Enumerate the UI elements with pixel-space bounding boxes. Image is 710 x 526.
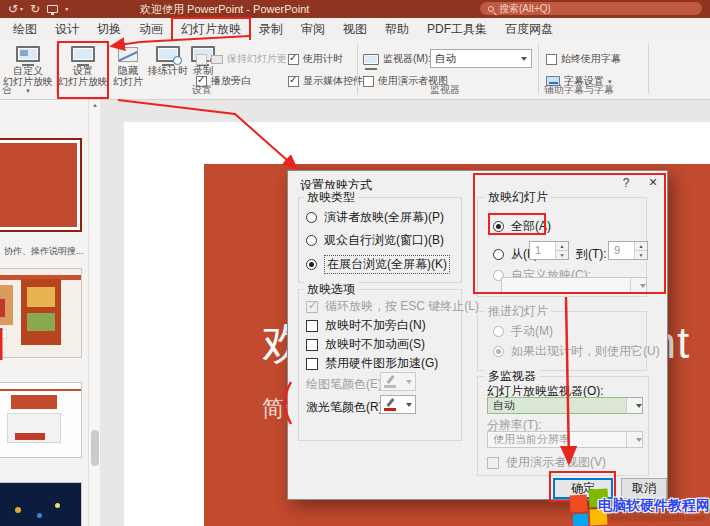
tab-review[interactable]: 审阅 bbox=[292, 18, 334, 41]
hide-slide-icon bbox=[118, 47, 138, 62]
scrollbar-thumb[interactable] bbox=[91, 430, 99, 466]
redo-icon[interactable]: ↻ bbox=[30, 3, 40, 15]
spinner-up-icon[interactable]: ▲ bbox=[556, 242, 568, 250]
checkbox-without-narration[interactable]: 放映时不加旁白(N) bbox=[306, 317, 426, 334]
always-use-subtitles-label: 始终使用字幕 bbox=[561, 52, 621, 66]
group-label-setup: 设置 bbox=[192, 83, 212, 97]
tab-slideshow[interactable]: 幻灯片放映 bbox=[172, 18, 250, 41]
keep-slides-updated-checkbox[interactable]: 保持幻灯片更新 bbox=[196, 52, 297, 66]
radio-browsed-label: 观众自行浏览(窗口)(B) bbox=[324, 232, 444, 249]
keep-slides-updated-label: 保持幻灯片更新 bbox=[227, 52, 297, 66]
slideshow-monitor-select[interactable]: 自动 bbox=[487, 397, 643, 414]
checkbox-loop-continuously[interactable]: ✓ 循环放映，按 ESC 键终止(L) bbox=[306, 298, 479, 315]
laser-color-label: 激光笔颜色(R): bbox=[306, 399, 386, 416]
thumbnail-scrollbar[interactable]: ▲ bbox=[88, 100, 100, 526]
radio-browsed-at-kiosk[interactable]: 在展台浏览(全屏幕)(K) bbox=[306, 255, 450, 274]
spinner-down-icon[interactable]: ▼ bbox=[635, 250, 647, 259]
slide-thumbnail-4[interactable] bbox=[0, 482, 82, 526]
tab-animations[interactable]: 动画 bbox=[130, 18, 172, 41]
group-label-captions: 辅助字幕与字幕 bbox=[544, 83, 614, 97]
tab-transitions[interactable]: 切换 bbox=[88, 18, 130, 41]
resolution-value: 使用当前分辨率 bbox=[493, 432, 570, 447]
from-slide-value: 1 bbox=[530, 242, 555, 259]
tab-view[interactable]: 视图 bbox=[334, 18, 376, 41]
without-narration-label: 放映时不加旁白(N) bbox=[325, 317, 426, 334]
monitor-label: 监视器(M): bbox=[383, 52, 431, 66]
to-slide-value: 9 bbox=[609, 242, 634, 259]
slide-thumbnail-2[interactable] bbox=[0, 268, 82, 358]
tab-draw[interactable]: 绘图 bbox=[4, 18, 46, 41]
checkbox-icon: ✓ bbox=[288, 54, 299, 65]
checkbox-without-animation[interactable]: 放映时不加动画(S) bbox=[306, 336, 425, 353]
tab-help[interactable]: 帮助 bbox=[376, 18, 418, 41]
rehearse-timings-button[interactable]: 排练计时 bbox=[148, 42, 188, 98]
radio-kiosk-label: 在展台浏览(全屏幕)(K) bbox=[324, 255, 450, 274]
thumbnail-caption: 协作、操作说明搜... bbox=[4, 245, 84, 258]
radio-icon bbox=[306, 259, 317, 270]
laser-color-label-row: 激光笔颜色(R): bbox=[306, 399, 386, 416]
pen-color-picker[interactable] bbox=[380, 372, 416, 391]
tab-record[interactable]: 录制 bbox=[250, 18, 292, 41]
chevron-down-icon bbox=[636, 438, 642, 442]
title-bar: ↺ ▾ ↻ ▾ 欢迎使用 PowerPoint - PowerPoint 搜索(… bbox=[0, 0, 710, 18]
slide-thumbnail-3[interactable] bbox=[0, 382, 82, 458]
custom-show-select[interactable] bbox=[501, 277, 647, 294]
spinner-down-icon[interactable]: ▼ bbox=[556, 250, 568, 259]
monitor-select[interactable]: 自动 bbox=[430, 49, 532, 68]
search-box[interactable]: 搜索(Alt+Q) bbox=[480, 2, 702, 15]
radio-advance-manually[interactable]: 手动(M) bbox=[493, 323, 553, 340]
disable-hw-label: 禁用硬件图形加速(G) bbox=[325, 355, 438, 372]
always-use-subtitles-checkbox[interactable]: 始终使用字幕 bbox=[546, 52, 621, 66]
group-label-left: 合 bbox=[2, 83, 12, 97]
ok-button[interactable]: 确定 bbox=[553, 478, 613, 499]
chevron-down-icon bbox=[521, 57, 527, 61]
setup-show-dialog: 设置放映方式 ? × 放映类型 演讲者放映(全屏幕)(P) 观众自行浏览(窗口)… bbox=[287, 170, 668, 500]
tab-baidu-netdisk[interactable]: 百度网盘 bbox=[496, 18, 562, 41]
radio-use-timings-if-present[interactable]: 如果出现计时，则使用它(U) bbox=[493, 343, 660, 360]
checkbox-icon bbox=[487, 457, 499, 469]
setup-slideshow-button[interactable]: 设置 幻灯片放映 bbox=[58, 42, 108, 98]
checkbox-use-presenter-view[interactable]: 使用演示者视图(V) bbox=[487, 454, 606, 471]
checkbox-disable-hw-acceleration[interactable]: 禁用硬件图形加速(G) bbox=[306, 355, 438, 372]
dialog-close-button[interactable]: × bbox=[644, 174, 662, 190]
to-label: 到(T): bbox=[576, 246, 607, 263]
ribbon: 自定义 幻灯片放映 ▾ 合 设置 幻灯片放映 隐藏 幻灯片 排练计时 录制 ▾ … bbox=[0, 40, 710, 100]
laser-color-picker[interactable] bbox=[380, 395, 416, 414]
from-slide-spinner[interactable]: 1 ▲▼ bbox=[529, 241, 569, 260]
tab-design[interactable]: 设计 bbox=[46, 18, 88, 41]
tab-pdf-tools[interactable]: PDF工具集 bbox=[418, 18, 496, 41]
loop-label: 循环放映，按 ESC 键终止(L) bbox=[325, 298, 479, 315]
use-timings-if-present-label: 如果出现计时，则使用它(U) bbox=[511, 343, 660, 360]
hide-slide-button[interactable]: 隐藏 幻灯片 bbox=[110, 42, 146, 98]
to-slide-spinner[interactable]: 9 ▲▼ bbox=[608, 241, 648, 260]
slideshow-monitor-value: 自动 bbox=[493, 398, 515, 413]
chevron-down-icon bbox=[640, 284, 646, 288]
customize-qat-icon[interactable]: ▾ bbox=[65, 3, 68, 15]
pen-color-label-row: 绘图笔颜色(E): bbox=[306, 376, 385, 393]
chevron-down-icon bbox=[406, 380, 412, 384]
laser-pen-icon bbox=[384, 398, 396, 411]
checkbox-icon bbox=[363, 76, 374, 87]
spinner-up-icon[interactable]: ▲ bbox=[635, 242, 647, 250]
radio-browsed-by-individual[interactable]: 观众自行浏览(窗口)(B) bbox=[306, 232, 444, 249]
undo-icon[interactable]: ↺ bbox=[8, 3, 18, 15]
pen-icon bbox=[384, 375, 396, 388]
cancel-button[interactable]: 取消 bbox=[621, 478, 667, 499]
play-narration-label: 播放旁白 bbox=[211, 74, 251, 88]
slide-thumbnail-panel: 协作、操作说明搜... bbox=[0, 100, 88, 526]
dialog-help-button[interactable]: ? bbox=[618, 176, 634, 190]
slide-thumbnail-1[interactable] bbox=[0, 138, 82, 232]
show-type-label: 放映类型 bbox=[304, 189, 358, 206]
start-slideshow-icon[interactable] bbox=[47, 5, 58, 13]
resolution-select[interactable]: 使用当前分辨率 bbox=[487, 431, 643, 448]
undo-dropdown-icon[interactable]: ▾ bbox=[20, 3, 23, 15]
show-media-controls-checkbox[interactable]: ✓ 显示媒体控件 bbox=[288, 74, 363, 88]
advance-manually-label: 手动(M) bbox=[511, 323, 553, 340]
use-timings-checkbox[interactable]: ✓ 使用计时 bbox=[288, 52, 343, 66]
radio-icon bbox=[306, 235, 317, 246]
monitor-select-value: 自动 bbox=[435, 52, 456, 66]
pen-color-label: 绘图笔颜色(E): bbox=[306, 376, 385, 393]
radio-all-slides[interactable]: 全部(A) bbox=[493, 218, 551, 235]
radio-presenter-show[interactable]: 演讲者放映(全屏幕)(P) bbox=[306, 209, 444, 226]
checkbox-icon bbox=[306, 339, 318, 351]
